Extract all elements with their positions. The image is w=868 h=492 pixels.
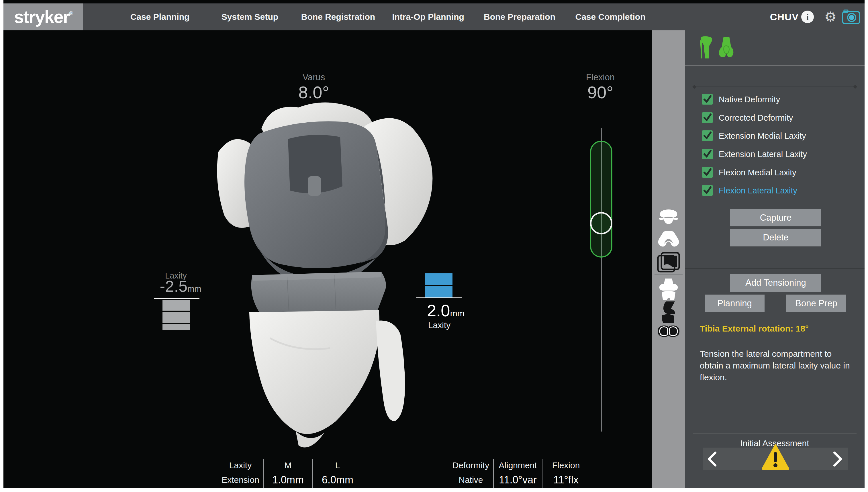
tibia-status-icon[interactable]: [698, 36, 714, 59]
knee-frontal-view-icon[interactable]: [658, 278, 679, 300]
deformity-table: Deformity Alignment Flexion Native 11.0°…: [448, 459, 590, 488]
condyle-axial-view-icon[interactable]: [656, 325, 680, 338]
panel-header: [685, 30, 865, 66]
checkbox-checked-icon[interactable]: [702, 112, 713, 123]
nav-intra-op-planning[interactable]: Intra-Op Planning: [392, 12, 464, 22]
panel-divider: [685, 268, 865, 269]
checkbox-row-flexion-lateral-laxity[interactable]: Flexion Lateral Laxity: [685, 185, 865, 198]
flexion-value: 90°: [588, 82, 614, 102]
application-window: stryker® Case Planning System Setup Bone…: [3, 0, 865, 488]
table-cell: Extension: [218, 472, 264, 488]
checkbox-label: Extension Medial Laxity: [719, 131, 806, 141]
checkbox-checked-icon[interactable]: [702, 149, 713, 159]
nav-system-setup[interactable]: System Setup: [222, 12, 278, 22]
femur-status-icon[interactable]: [718, 36, 735, 59]
deformity-table-header: Flexion: [543, 459, 590, 472]
femur-distal-view-icon[interactable]: [657, 231, 680, 248]
lateral-laxity-value: 2.0mm: [427, 301, 465, 320]
medial-laxity-bar: [163, 312, 190, 323]
checkbox-checked-icon[interactable]: [702, 167, 713, 178]
varus-label: Varus: [303, 72, 325, 82]
lateral-joint-line: [416, 297, 462, 298]
medial-joint-line: [154, 298, 199, 299]
table-cell: 1.0mm: [264, 472, 313, 488]
nav-case-planning[interactable]: Case Planning: [130, 12, 190, 22]
checkbox-row-flexion-medial-laxity[interactable]: Flexion Medial Laxity: [685, 167, 865, 180]
laxity-table-header: L: [313, 459, 362, 472]
strip-divider: [654, 274, 683, 275]
checkbox-row-extension-lateral-laxity[interactable]: Extension Lateral Laxity: [685, 149, 865, 161]
medial-laxity-bar: [163, 300, 190, 311]
table-cell: 6.0mm: [313, 472, 362, 488]
lateral-laxity-bar: [425, 286, 452, 297]
stryker-logo: stryker®: [3, 3, 83, 30]
checkbox-label: Native Deformity: [719, 95, 780, 104]
checkbox-checked-icon[interactable]: [702, 130, 713, 141]
checkbox-checked-icon[interactable]: [702, 94, 713, 105]
knee-model-3d[interactable]: [175, 92, 448, 453]
flexion-target-zone: [590, 141, 612, 257]
checkbox-row-native-deformity[interactable]: Native Deformity: [685, 94, 865, 106]
screenshot-camera-icon[interactable]: [842, 9, 860, 24]
next-step-chevron[interactable]: [830, 451, 844, 467]
flexion-label: Flexion: [586, 72, 615, 82]
deformity-table-header: Alignment: [494, 459, 543, 472]
site-label: CHUV: [770, 11, 799, 23]
main-3d-viewport[interactable]: Varus 8.0° Flexion 90°: [3, 30, 652, 488]
table-cell: 11.0°var: [494, 472, 543, 488]
right-panel: Native Deformity Corrected Deformity Ext…: [685, 30, 865, 488]
checkbox-label: Corrected Deformity: [719, 113, 793, 123]
image-gallery-view-icon[interactable]: [657, 252, 680, 273]
delete-button[interactable]: Delete: [730, 229, 821, 246]
view-selector-strip: [652, 30, 685, 488]
checkbox-row-corrected-deformity[interactable]: Corrected Deformity: [685, 112, 865, 125]
femur-axial-view-icon[interactable]: [658, 209, 679, 225]
checkbox-label-active: Flexion Lateral Laxity: [719, 186, 797, 195]
laxity-table-header: M: [264, 459, 313, 472]
laxity-table: Laxity M L Extension 1.0mm 6.0mm Flexion…: [218, 459, 362, 488]
table-cell: 11°flx: [543, 472, 590, 488]
nav-bone-registration[interactable]: Bone Registration: [301, 12, 375, 22]
checkbox-label: Flexion Medial Laxity: [719, 168, 796, 177]
lateral-laxity-bar: [425, 273, 452, 285]
warning-icon[interactable]: [762, 441, 789, 473]
list-divider: [694, 87, 855, 87]
flexion-slider-handle[interactable]: [590, 212, 612, 235]
medial-laxity-bar: [163, 324, 190, 330]
capture-button[interactable]: Capture: [730, 209, 821, 226]
lateral-laxity-label: Laxity: [428, 320, 450, 330]
table-cell: Native: [448, 472, 494, 488]
deformity-table-header: Deformity: [448, 459, 494, 472]
bone-prep-button[interactable]: Bone Prep: [786, 295, 846, 312]
checkbox-row-extension-medial-laxity[interactable]: Extension Medial Laxity: [685, 130, 865, 143]
nav-bone-preparation[interactable]: Bone Preparation: [484, 12, 555, 22]
footer-divider: [693, 434, 857, 434]
medial-laxity-value: -2.5mm: [160, 277, 201, 295]
top-nav-bar: stryker® Case Planning System Setup Bone…: [3, 3, 865, 31]
logo-text: stryker®: [14, 8, 73, 26]
checkbox-label: Extension Lateral Laxity: [719, 150, 807, 159]
settings-gear-icon[interactable]: ⚙: [824, 10, 837, 24]
add-tensioning-button[interactable]: Add Tensioning: [730, 274, 821, 292]
previous-step-chevron[interactable]: [705, 451, 719, 467]
laxity-table-header: Laxity: [218, 459, 264, 472]
info-icon[interactable]: i: [801, 10, 814, 23]
instruction-text: Tension the lateral compartment to obtai…: [700, 348, 850, 383]
tibia-rotation-note: Tibia External rotation: 18°: [700, 324, 809, 334]
checkbox-checked-icon[interactable]: [702, 185, 713, 196]
planning-button[interactable]: Planning: [705, 295, 765, 312]
knee-sagittal-view-icon[interactable]: [660, 301, 678, 323]
nav-case-completion[interactable]: Case Completion: [575, 12, 645, 22]
